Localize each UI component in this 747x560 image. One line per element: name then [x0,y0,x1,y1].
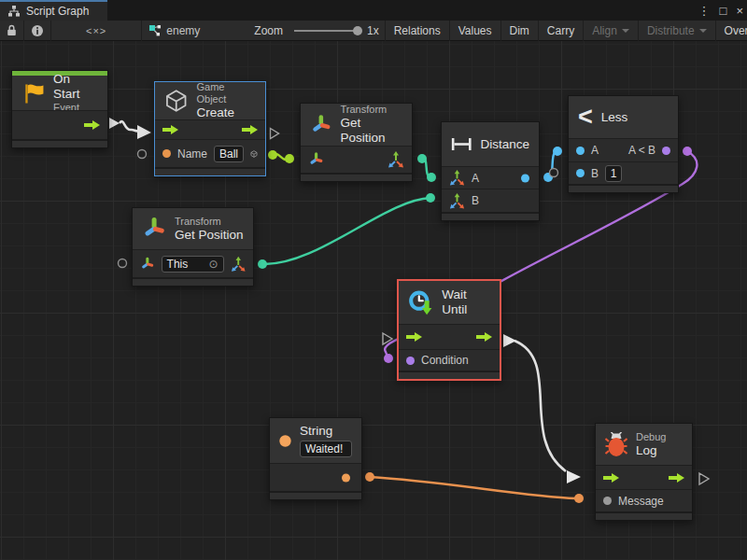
code-preview-button[interactable]: <×> [51,21,142,41]
name-input[interactable]: Ball [214,146,244,162]
zoom-slider-handle[interactable] [353,26,362,35]
transform-input-port[interactable] [308,151,324,168]
graph-canvas[interactable]: On Start Event Game Object Creat [0,41,747,560]
port-marker-less-b[interactable] [550,169,558,177]
overview-button[interactable]: Overview [716,21,747,41]
node-create-gameobject[interactable]: Game Object Create Name Ball [154,81,266,176]
unity-script-graph-window: Script Graph ⋮ □ × <×> [0,0,747,560]
tab-script-graph[interactable]: Script Graph [0,0,107,21]
node-footer [270,491,361,499]
flow-output-port[interactable] [84,120,100,130]
wire-flow-wait-tail[interactable] [503,334,516,347]
port-marker-getposition-target[interactable] [119,259,127,268]
node-footer [12,139,107,147]
graph-breadcrumb[interactable]: enemy [148,24,200,37]
port-marker-create-name[interactable] [138,150,147,159]
name-input-port[interactable] [162,149,171,158]
node-get-position-bottom[interactable]: Transform Get Position This ⊙ [132,207,254,287]
script-graph-tab-icon [7,5,21,18]
node-title: Less [601,110,628,125]
dim-button[interactable]: Dim [501,21,539,41]
tab-title: Script Graph [26,5,89,18]
node-debug-log[interactable]: Debug Log Message [595,423,693,521]
less-output-port[interactable] [662,147,670,155]
wire-string-string-debuglog[interactable] [370,477,576,498]
object-picker-icon[interactable]: ⊙ [208,257,218,272]
node-header: Transform Get Position [301,104,412,146]
close-icon[interactable]: × [736,4,743,18]
wire-flow-start-tail[interactable] [109,118,120,129]
flow-input-port[interactable] [162,125,178,134]
vector3-output-port[interactable] [231,256,246,273]
maximize-icon[interactable]: □ [720,4,727,18]
lock-button[interactable] [0,21,24,41]
string-value-input[interactable]: Waited! [300,441,352,457]
node-title: On Start [53,72,98,102]
vector3-input-port[interactable] [449,193,465,209]
vector3-output-port[interactable] [388,151,404,168]
node-wait-until[interactable]: Wait Until Condition [397,279,501,381]
less-b-input[interactable]: 1 [605,165,622,182]
node-header: Wait Until [399,281,500,324]
target-input[interactable]: This ⊙ [162,256,224,273]
message-input-port[interactable] [603,497,612,505]
node-title: Create [196,105,256,120]
node-header: Transform Get Position [133,208,253,249]
zoom-slider[interactable] [294,30,358,32]
vector3-input-port[interactable] [449,170,465,186]
less-input-a-port[interactable] [576,147,585,155]
node-footer [133,277,253,286]
port-marker-debug-flow-out[interactable] [699,473,709,484]
node-category: Transform [341,104,403,116]
wire-vector-getposition-distance-b[interactable] [262,198,430,264]
port-marker-create-flow-out[interactable] [271,129,279,139]
node-less[interactable]: < Less A A < B B 1 [568,95,679,193]
port-row-a: A A < B [569,138,678,161]
flow-output-port[interactable] [242,125,258,134]
gameobject-type-icon [250,147,258,161]
title-bar: Script Graph ⋮ □ × [0,0,747,21]
carry-button[interactable]: Carry [539,21,584,41]
node-title: String [300,424,352,439]
relations-button[interactable]: Relations [386,21,450,41]
transform-input-port[interactable] [140,256,155,273]
flow-input-port[interactable] [406,332,422,342]
info-button[interactable] [24,21,51,41]
graph-name-label: enemy [166,24,200,37]
node-header: Distance [442,122,539,166]
node-footer [399,371,500,379]
node-string-literal[interactable]: String Waited! [269,417,362,500]
less-result-label: A < B [628,144,655,157]
node-title: Get Position [341,116,403,146]
condition-input-port[interactable] [406,357,415,365]
string-icon [279,431,291,451]
wire-flow-waituntil-debuglog[interactable] [514,341,566,471]
flow-output-port[interactable] [669,473,684,483]
string-output-port[interactable] [342,473,350,482]
node-distance[interactable]: Distance A B [441,121,540,221]
node-on-start-event[interactable]: On Start Event [11,70,108,148]
window-menu-icon[interactable]: ⋮ [698,4,711,18]
flow-output-port[interactable] [476,332,492,342]
wire-flow-wait-head[interactable] [567,470,581,483]
node-category: Game Object [196,81,256,105]
distance-output-port[interactable] [521,174,529,182]
node-header: On Start Event [12,76,107,110]
node-header: Game Object Create [155,82,265,119]
condition-label: Condition [421,354,469,367]
less-input-b-port[interactable] [576,169,585,177]
values-button[interactable]: Values [450,21,501,41]
node-get-position-top[interactable]: Transform Get Position [300,103,413,182]
node-category: Debug [636,431,666,443]
chevron-down-icon [699,29,707,33]
node-title: Log [636,443,666,458]
node-header: String Waited! [270,418,361,463]
align-dropdown: Align [584,21,639,41]
wire-flow-onstart-create[interactable] [120,121,138,131]
graph-toolbar: <×> enemy Zoom 1x Relations Values Dim C… [0,21,747,41]
flow-input-port[interactable] [603,473,619,483]
node-footer [569,184,678,192]
wire-flow-start-head[interactable] [137,125,151,139]
info-icon [31,24,44,37]
node-title: Get Position [175,228,244,243]
